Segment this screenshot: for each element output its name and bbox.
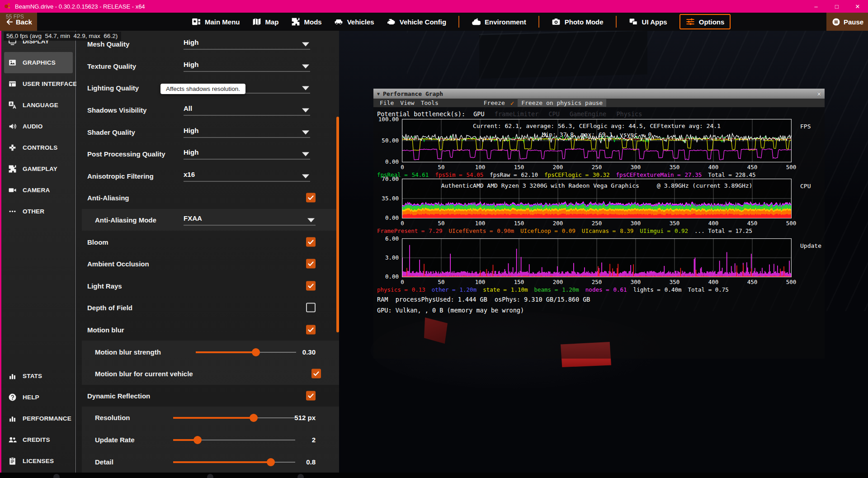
slider-knob[interactable] [193,436,202,444]
checkbox-dynamic-reflection[interactable] [306,391,316,400]
checkbox-bloom[interactable] [306,237,316,246]
chart-update-svg [402,239,791,277]
dropdown-anti-aliasing-mode[interactable]: FXAA [184,214,316,226]
setting-row-detail: Detail0.8 [82,450,339,473]
nav-item-options[interactable]: Options [679,14,731,29]
nav-item-ui-apps[interactable]: UI Apps [629,17,667,26]
mods-icon [291,17,300,26]
performance-graph-titlebar[interactable]: ▼ Performance Graph ✕ [373,89,825,99]
dropdown-anisotropic-filtering[interactable]: x16 [184,170,310,181]
x-axis-tick: 150 [514,164,524,170]
chevron-down-icon [302,64,309,68]
nav-item-photo-mode[interactable]: Photo Mode [552,17,604,26]
sidebar-bottom-group: STATSHELPPERFORMANCECREDITSLICENSES [1,365,75,472]
sidebar-item-graphics[interactable]: GRAPHICS [4,52,73,73]
checkbox-motion-blur-for-current-vehicle[interactable] [311,369,321,379]
sidebar-item-other[interactable]: OTHER [4,201,73,222]
bottleneck-inactive: GameEngine [570,110,606,118]
check-icon [307,238,314,245]
stat-value: 0.92 [675,227,688,234]
checkbox-light-rays[interactable] [306,281,316,290]
slider-knob[interactable] [250,414,258,422]
nav-item-map[interactable]: Map [252,17,279,26]
slider-update-rate[interactable] [173,440,295,440]
checkbox-depth-of-field[interactable] [306,303,316,312]
nav-separator [616,16,617,28]
nav-item-label: UI Apps [642,18,667,26]
checkbox-motion-blur[interactable] [306,325,316,335]
chart-right-label: Update [800,242,821,249]
freeze-check-icon[interactable]: ✓ [510,99,514,107]
sidebar-item-performance[interactable]: PERFORMANCE [4,408,73,429]
performance-graph-menubar: File View Tools Freeze ✓ Freeze on physi… [373,99,825,107]
nav-item-label: Vehicles [347,18,374,26]
setting-row-motion-blur-for-current-vehicle: Motion blur for current vehicle [82,363,339,385]
stat-label: UIimgui = [640,227,670,234]
check-icon [307,194,314,201]
x-axis-tick: 400 [708,220,719,227]
chart-overlay-text: Current: 62.1, average: 56.3, CEFlogic a… [402,123,791,129]
stats-icon [8,372,17,380]
y-axis-tick: 3.00 [373,254,399,261]
slider-knob[interactable] [267,458,275,466]
user-interface-icon [8,80,17,88]
slider-detail[interactable] [173,462,295,463]
gpu-stats-line: GPU: Vulkan, , 0 B (memory may be wrong) [377,307,524,314]
slider-value: 2 [312,435,316,443]
menu-freeze[interactable]: Freeze [484,99,505,106]
chart-title: AuthenticAMD AMD Ryzen 3 3200G with Rade… [402,182,791,189]
sidebar-item-label: USER INTERFACE [23,80,77,87]
nav-item-main-menu[interactable]: Main Menu [192,17,240,26]
sidebar-item-licenses[interactable]: LICENSES [4,450,73,472]
x-axis-tick: 500 [786,220,797,227]
stat-label: UIcefEvents = [448,227,493,234]
pause-button[interactable]: Pause [826,13,868,31]
sidebar-item-gameplay[interactable]: GAMEPLAY [4,158,73,180]
dropdown-post-processing-quality[interactable]: High [184,148,310,160]
slider-knob[interactable] [252,348,260,356]
sidebar-item-credits[interactable]: CREDITS [4,429,73,450]
sidebar-item-label: LICENSES [23,458,54,464]
menu-file[interactable]: File [380,99,394,106]
nav-item-vehicle-config[interactable]: Vehicle Config [387,17,446,26]
nav-item-environment[interactable]: Environment [472,17,526,26]
checkbox-ambient-occlusion[interactable] [306,259,316,269]
sidebar-item-camera[interactable]: CAMERA [4,180,73,201]
stat-label: nodes = [585,286,609,293]
sidebar-item-language[interactable]: LANGUAGE [4,95,73,116]
dropdown-shadows-visibility[interactable]: All [184,104,310,116]
x-axis-tick: 200 [553,164,563,170]
slider-resolution[interactable] [173,417,295,418]
nav-item-vehicles[interactable]: Vehicles [334,17,374,26]
x-axis-tick: 100 [475,220,486,227]
dropdown-value: High [184,148,198,156]
pause-circle-icon [832,18,840,26]
maximize-icon[interactable]: □ [826,0,847,13]
dropdown-texture-quality[interactable]: High [184,60,310,71]
checkbox-anti-aliasing[interactable] [306,193,316,203]
sidebar-item-controls[interactable]: CONTROLS [4,137,73,158]
dropdown-mesh-quality[interactable]: High [184,38,310,50]
settings-scrollbar[interactable] [336,117,339,332]
menu-freeze-on-physics-pause[interactable]: Freeze on physics pause [518,99,606,107]
sidebar-item-help[interactable]: HELP [4,387,73,408]
nav-menu: Main MenuMapModsVehiclesVehicle ConfigEn… [192,13,731,31]
sidebar-item-stats[interactable]: STATS [4,365,73,387]
controls-icon [8,143,17,152]
slider-motion-blur-strength[interactable] [196,352,296,353]
close-icon[interactable]: ✕ [817,90,821,97]
slider-value: 512 px [294,414,316,421]
fps-overlay-text: 55 FPS [6,14,24,20]
check-icon [307,327,314,333]
menu-view[interactable]: View [400,99,414,106]
menu-tools[interactable]: Tools [421,99,439,106]
os-titlebar[interactable]: BeamNG.drive - 0.30.2.0.15623 - RELEASE … [0,0,868,13]
close-icon[interactable]: ✕ [847,0,868,13]
nav-item-mods[interactable]: Mods [291,17,322,26]
minimize-icon[interactable]: – [806,0,826,13]
x-axis-tick: 50 [438,279,444,285]
sidebar-item-user-interface[interactable]: USER INTERFACE [4,73,73,95]
sidebar-item-audio[interactable]: AUDIO [4,116,73,137]
dropdown-shader-quality[interactable]: High [184,126,310,137]
collapse-triangle-icon[interactable]: ▼ [377,91,380,96]
